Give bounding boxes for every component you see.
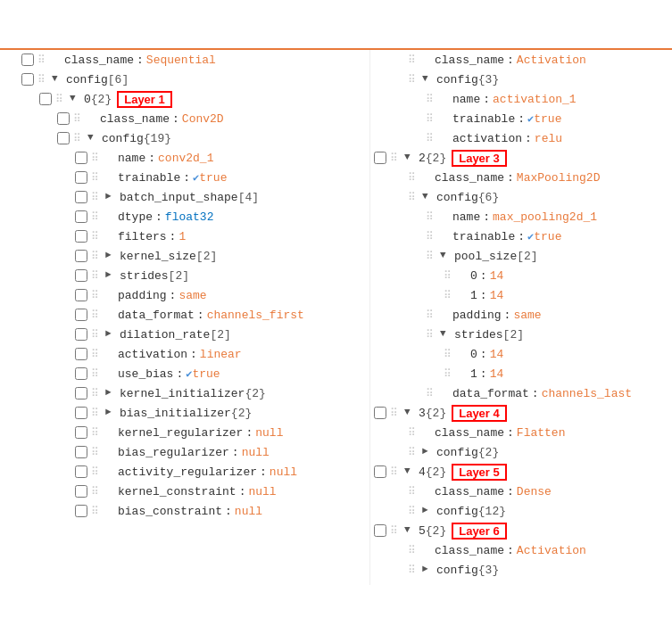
checkbox-left-23[interactable] [75,485,87,498]
checkbox-right-19[interactable] [374,407,386,419]
tree-key: 1 [470,367,477,381]
right-row-8: ⠿▼config {6} [370,187,672,207]
checkbox-left-10[interactable] [75,230,87,243]
checkbox-left-16[interactable] [75,348,87,360]
colon: : [483,210,490,224]
tree-value: true [534,112,561,126]
colon: : [518,112,525,126]
checkbox-left-17[interactable] [75,367,87,380]
check-icon: ✔ [193,171,199,185]
checkbox-left-7[interactable] [75,171,87,184]
tree-key: kernel_constraint [118,485,236,498]
tree-key: 1 [470,289,477,302]
toggle-icon[interactable]: ► [105,250,118,262]
checkbox-right-22[interactable] [374,465,386,478]
left-row-7: ⠿trainable : ✔ true [0,168,369,187]
drag-handle-icon: ⠿ [91,210,104,223]
layer-badge: Layer 3 [452,150,507,167]
toggle-icon[interactable]: ► [422,564,435,576]
checkbox-left-5[interactable] [57,132,70,144]
tree-key: trainable [452,112,515,126]
toggle-icon[interactable]: ► [105,269,118,282]
tree-bracket: {19} [144,132,171,145]
tree-value: same [178,289,206,302]
checkbox-left-22[interactable] [75,465,87,478]
toggle-icon[interactable]: ► [105,191,118,203]
checkbox-left-8[interactable] [75,191,87,203]
checkbox-right-25[interactable] [374,524,386,537]
right-row-24: ⠿►config {12} [370,501,672,521]
colon: : [532,387,539,400]
drag-handle-icon: ⠿ [91,250,104,262]
tree-value: 14 [490,367,504,381]
tree-key: 0 [470,269,477,283]
checkbox-left-14[interactable] [75,309,87,321]
toggle-icon[interactable]: ▼ [422,73,435,86]
toggle-icon[interactable]: ▼ [404,407,417,419]
toggle-icon[interactable]: ▼ [440,250,452,262]
right-row-15: ⠿▼strides [2] [370,325,672,344]
tree-key: dilation_rate [120,328,210,342]
check-icon: ✔ [527,230,534,243]
drag-handle-icon: ⠿ [408,446,420,458]
checkbox-right-6[interactable] [374,152,386,164]
checkbox-left-4[interactable] [57,112,70,125]
toggle-icon[interactable]: ► [105,387,118,399]
right-row-23: ⠿class_name : Dense [370,482,672,501]
drag-handle-icon: ⠿ [91,152,104,164]
tree-key: name [118,152,145,165]
checkbox-left-2[interactable] [21,73,34,86]
toggle-icon[interactable]: ▼ [422,191,435,203]
checkbox-left-20[interactable] [75,426,87,439]
toggle-icon[interactable]: ► [105,328,118,341]
left-row-23: ⠿kernel_constraint : null [0,482,369,501]
left-row-5: ⠿▼config {19} [0,128,369,148]
tree-value: true [199,171,227,185]
right-panel: ⠿▼1 {2}Layer 2⠿class_name : Activation⠿▼… [370,25,672,585]
checkbox-left-21[interactable] [75,446,87,458]
toggle-icon[interactable]: ▼ [440,328,452,341]
right-row-6: ⠿▼2 {2}Layer 3 [370,148,672,168]
colon: : [525,132,532,145]
drag-handle-icon: ⠿ [426,250,438,262]
tree-value: null [248,485,276,498]
checkbox-left-3[interactable] [39,93,52,105]
checkbox-left-18[interactable] [75,387,87,399]
toggle-icon[interactable]: ▼ [404,152,417,164]
checkbox-left-9[interactable] [75,210,87,223]
right-row-12: ⠿0 : 14 [370,266,672,285]
tree-key: padding [452,309,502,322]
toggle-icon[interactable]: ▼ [404,524,417,537]
checkbox-left-19[interactable] [75,407,87,419]
toggle-icon[interactable]: ▼ [404,465,417,478]
drag-handle-icon: ⠿ [91,269,104,282]
drag-handle-icon: ⠿ [91,348,104,360]
toggle-icon[interactable]: ▼ [70,93,82,105]
checkbox-left-15[interactable] [75,328,87,341]
checkbox-left-13[interactable] [75,289,87,301]
toggle-icon[interactable]: ▼ [52,73,64,86]
checkbox-left-12[interactable] [75,269,87,282]
tree-key: data_format [118,309,195,322]
colon: : [480,289,487,302]
left-row-13: ⠿padding : same [0,285,369,305]
checkbox-left-6[interactable] [75,152,87,164]
tree-bracket: {2} [231,407,252,420]
drag-handle-icon: ⠿ [91,407,104,419]
drag-handle-icon: ⠿ [444,367,456,380]
drag-handle-icon: ⠿ [426,387,438,399]
checkbox-left-11[interactable] [75,250,87,262]
toggle-icon[interactable]: ▼ [87,132,100,144]
tree-value: 14 [490,269,504,283]
tree-bracket: [2] [210,328,230,342]
toggle-icon[interactable]: ► [105,407,118,419]
toggle-icon[interactable]: ► [422,446,435,458]
toggle-icon[interactable]: ► [422,505,435,517]
checkbox-left-1[interactable] [21,54,34,66]
tree-key: 2 [419,152,426,165]
checkbox-left-24[interactable] [75,505,87,517]
left-row-22: ⠿activity_regularizer : null [0,462,369,482]
colon: : [170,289,177,302]
colon: : [148,152,155,165]
drag-handle-icon: ⠿ [37,54,50,66]
